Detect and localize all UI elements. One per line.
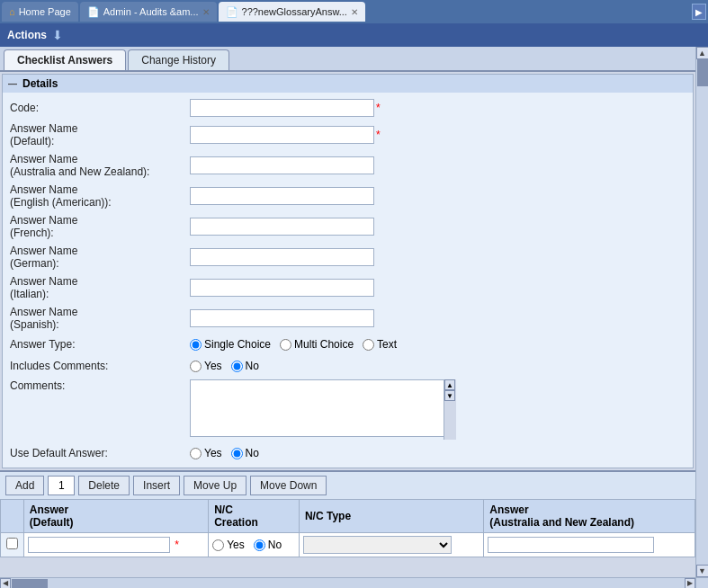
answer-type-text[interactable]: Text — [363, 338, 397, 351]
actions-down-icon: ⬇ — [52, 28, 63, 42]
details-header: — Details — [3, 75, 693, 93]
code-row: Code: * — [10, 96, 686, 120]
insert-button[interactable]: Insert — [133, 476, 180, 495]
answer-name-default-required: * — [376, 129, 381, 141]
main-window: ⌂ Home Page 📄 Admin - Audits &am... ✕ 📄 … — [0, 0, 708, 588]
col-answer-anz: Answer(Australia and New Zealand) — [484, 500, 695, 533]
row-checkbox-cell — [1, 533, 24, 557]
vertical-scrollbar[interactable]: ▲ ▼ — [695, 47, 708, 577]
answer-name-it-input[interactable] — [190, 279, 374, 297]
answer-type-single[interactable]: Single Choice — [190, 338, 271, 351]
answer-default-input[interactable] — [28, 537, 170, 553]
nc-creation-yes-radio[interactable] — [212, 539, 224, 551]
scroll-left-button[interactable]: ◀ — [0, 578, 11, 589]
answer-name-it-label: Answer Name(Italian): — [10, 275, 190, 300]
row-checkbox[interactable] — [6, 538, 18, 549]
answer-type-multi-radio[interactable] — [280, 339, 291, 351]
scroll-up-button[interactable]: ▲ — [696, 47, 709, 59]
actions-bar: Actions ⬇ — [0, 23, 708, 47]
move-up-button[interactable]: Move Up — [184, 476, 246, 495]
actions-label: Actions — [7, 29, 47, 41]
tab-change-history[interactable]: Change History — [128, 49, 229, 70]
answer-name-en-row: Answer Name(English (American)): — [10, 181, 686, 211]
table-row: * Yes No — [1, 533, 695, 557]
answer-name-anz-label: Answer Name(Australia and New Zealand): — [10, 153, 190, 178]
answer-type-text-radio[interactable] — [363, 339, 374, 351]
add-button[interactable]: Add — [5, 476, 44, 495]
comments-wrapper: ▲ ▼ — [190, 379, 456, 440]
answer-name-fr-label: Answer Name(French): — [10, 214, 190, 239]
comments-textarea[interactable] — [190, 379, 456, 437]
scrollbar-corner — [695, 577, 708, 588]
close-new-glossary-tab[interactable]: ✕ — [351, 7, 358, 17]
use-default-yes-radio[interactable] — [190, 448, 202, 459]
comments-scroll-up[interactable]: ▲ — [444, 379, 455, 390]
answer-type-multi[interactable]: Multi Choice — [280, 338, 354, 351]
nc-creation-no-radio[interactable] — [254, 539, 265, 551]
move-down-button[interactable]: Move Down — [250, 476, 327, 495]
answer-name-de-input[interactable] — [190, 248, 374, 266]
nc-creation-yes[interactable]: Yes — [212, 539, 245, 551]
table-toolbar: Add Delete Insert Move Up Move Down — [0, 472, 695, 499]
close-admin-tab[interactable]: ✕ — [202, 7, 210, 17]
data-table: Answer(Default) N/CCreation N/C Type Ans… — [0, 499, 695, 557]
collapse-button[interactable]: — — [8, 79, 17, 89]
includes-comments-radio-group: Yes No — [190, 360, 259, 372]
tab-admin[interactable]: 📄 Admin - Audits &am... ✕ — [80, 2, 217, 22]
answer-name-es-input[interactable] — [190, 309, 374, 327]
scroll-down-button[interactable]: ▼ — [696, 565, 709, 577]
row-number-input[interactable] — [48, 476, 75, 495]
main-content: Checklist Answers Change History — Detai… — [0, 47, 695, 557]
includes-comments-yes-radio[interactable] — [190, 361, 202, 372]
includes-comments-no-radio[interactable] — [231, 361, 243, 372]
col-nc-creation: N/CCreation — [209, 500, 300, 533]
answer-name-default-input[interactable] — [190, 126, 374, 144]
use-default-label: Use Default Answer: — [10, 447, 190, 459]
answer-name-fr-input[interactable] — [190, 218, 374, 236]
includes-comments-row: Includes Comments: Yes No — [10, 355, 686, 377]
answer-name-es-label: Answer Name(Spanish): — [10, 306, 190, 331]
use-default-no[interactable]: No — [231, 447, 259, 459]
tab-scroll-right[interactable]: ▶ — [692, 4, 706, 20]
use-default-yes[interactable]: Yes — [190, 447, 222, 459]
tab-home-label: Home Page — [19, 6, 71, 17]
home-icon: ⌂ — [9, 6, 15, 17]
code-label: Code: — [10, 102, 190, 114]
comments-scroll-down[interactable]: ▼ — [444, 390, 455, 401]
answer-type-row: Answer Type: Single Choice Multi Choice — [10, 334, 686, 355]
content-tabs: Checklist Answers Change History — [0, 47, 695, 72]
hscroll-thumb — [12, 579, 48, 588]
details-section: — Details Code: * Answer Name(Default): … — [2, 74, 694, 468]
includes-comments-label: Includes Comments: — [10, 360, 190, 372]
includes-comments-yes[interactable]: Yes — [190, 360, 222, 372]
delete-button[interactable]: Delete — [78, 476, 130, 495]
answer-name-en-input[interactable] — [190, 187, 374, 205]
comments-label: Comments: — [10, 379, 190, 392]
tab-admin-label: Admin - Audits &am... — [103, 6, 199, 17]
includes-comments-no[interactable]: No — [231, 360, 259, 372]
answer-type-radio-group: Single Choice Multi Choice Text — [190, 338, 397, 351]
nc-type-cell — [299, 533, 483, 557]
tab-new-glossary-label: ???newGlossaryAnsw... — [242, 6, 347, 17]
answer-type-single-radio[interactable] — [190, 339, 202, 351]
comments-scrollbar[interactable]: ▲ ▼ — [444, 379, 456, 440]
use-default-no-radio[interactable] — [231, 448, 243, 459]
answer-name-anz-input[interactable] — [190, 156, 374, 174]
table-scroll-area[interactable]: Answer(Default) N/CCreation N/C Type Ans… — [0, 499, 695, 557]
answer-name-fr-row: Answer Name(French): — [10, 211, 686, 242]
answer-name-default-label: Answer Name(Default): — [10, 122, 190, 147]
horizontal-scrollbar[interactable]: ◀ ▶ — [0, 577, 695, 588]
hscroll-track — [11, 578, 685, 589]
tab-checklist-answers[interactable]: Checklist Answers — [4, 49, 126, 70]
answer-default-cell: * — [23, 533, 208, 557]
tab-home[interactable]: ⌂ Home Page — [2, 2, 78, 22]
use-default-row: Use Default Answer: Yes No — [10, 442, 686, 464]
answer-anz-input[interactable] — [488, 537, 654, 553]
tab-new-glossary[interactable]: 📄 ???newGlossaryAnsw... ✕ — [219, 2, 365, 22]
nc-creation-no[interactable]: No — [254, 539, 282, 551]
answer-name-de-label: Answer Name(German): — [10, 245, 190, 270]
col-nc-type: N/C Type — [299, 500, 483, 533]
code-input[interactable] — [190, 99, 374, 117]
scroll-right-button[interactable]: ▶ — [685, 578, 695, 589]
nc-type-select[interactable] — [303, 536, 452, 554]
